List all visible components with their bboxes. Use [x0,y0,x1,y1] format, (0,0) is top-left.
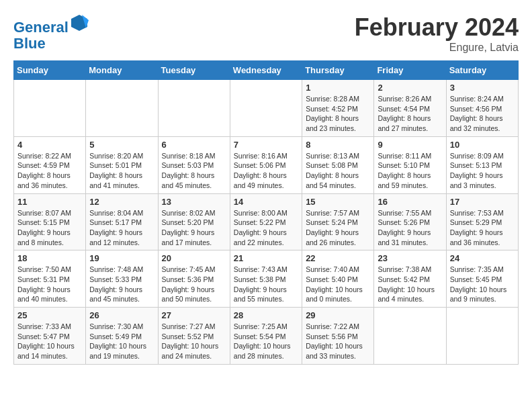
calendar-day-cell: 24Sunrise: 7:35 AM Sunset: 5:45 PM Dayli… [446,250,518,308]
calendar-day-cell: 21Sunrise: 7:43 AM Sunset: 5:38 PM Dayli… [230,250,302,308]
calendar-day-cell: 22Sunrise: 7:40 AM Sunset: 5:40 PM Dayli… [302,250,374,308]
calendar-day-cell [14,80,86,137]
day-info: Sunrise: 7:38 AM Sunset: 5:42 PM Dayligh… [378,265,442,304]
day-info: Sunrise: 8:00 AM Sunset: 5:22 PM Dayligh… [234,208,298,248]
day-number: 17 [450,197,515,207]
calendar-week-row: 1Sunrise: 8:28 AM Sunset: 4:52 PM Daylig… [14,80,519,137]
logo-line1: General [13,19,69,36]
day-number: 6 [162,140,226,150]
day-number: 24 [450,253,515,263]
day-info: Sunrise: 8:26 AM Sunset: 4:54 PM Dayligh… [378,94,442,134]
day-info: Sunrise: 7:35 AM Sunset: 5:45 PM Dayligh… [450,265,515,304]
day-number: 5 [89,140,154,150]
weekday-header-cell: Saturday [446,61,518,80]
calendar-day-cell: 25Sunrise: 7:33 AM Sunset: 5:47 PM Dayli… [14,308,86,365]
day-number: 25 [17,310,82,320]
calendar-day-cell: 11Sunrise: 8:07 AM Sunset: 5:15 PM Dayli… [14,193,86,250]
day-info: Sunrise: 8:18 AM Sunset: 5:03 PM Dayligh… [162,151,226,191]
weekday-header-cell: Thursday [302,61,374,80]
calendar-day-cell: 12Sunrise: 8:04 AM Sunset: 5:17 PM Dayli… [86,193,158,250]
calendar-day-cell [230,80,302,137]
calendar-day-cell [446,308,518,365]
calendar-day-cell: 9Sunrise: 8:11 AM Sunset: 5:10 PM Daylig… [374,136,446,193]
weekday-header-cell: Wednesday [230,61,302,80]
day-number: 1 [306,83,370,93]
day-info: Sunrise: 8:02 AM Sunset: 5:20 PM Dayligh… [162,208,226,248]
calendar-day-cell [86,80,158,137]
day-info: Sunrise: 8:28 AM Sunset: 4:52 PM Dayligh… [306,94,370,134]
day-number: 3 [450,83,515,93]
calendar-day-cell: 10Sunrise: 8:09 AM Sunset: 5:13 PM Dayli… [446,136,518,193]
day-number: 19 [89,253,154,263]
day-number: 20 [162,253,226,263]
day-info: Sunrise: 7:53 AM Sunset: 5:29 PM Dayligh… [450,208,515,248]
sub-title: Engure, Latvia [355,42,519,54]
title-block: February 2024 Engure, Latvia [355,13,519,54]
weekday-header-row: SundayMondayTuesdayWednesdayThursdayFrid… [14,61,519,80]
calendar-day-cell: 28Sunrise: 7:25 AM Sunset: 5:54 PM Dayli… [230,308,302,365]
calendar-body: 1Sunrise: 8:28 AM Sunset: 4:52 PM Daylig… [14,80,519,365]
calendar-day-cell: 4Sunrise: 8:22 AM Sunset: 4:59 PM Daylig… [14,136,86,193]
day-number: 28 [234,310,298,320]
logo: General Blue [13,13,89,52]
day-info: Sunrise: 7:22 AM Sunset: 5:56 PM Dayligh… [306,322,370,361]
weekday-header-cell: Sunday [14,61,86,80]
day-info: Sunrise: 8:24 AM Sunset: 4:56 PM Dayligh… [450,94,515,134]
day-number: 22 [306,253,370,263]
calendar-day-cell: 20Sunrise: 7:45 AM Sunset: 5:36 PM Dayli… [158,250,230,308]
calendar-day-cell: 8Sunrise: 8:13 AM Sunset: 5:08 PM Daylig… [302,136,374,193]
calendar-day-cell: 26Sunrise: 7:30 AM Sunset: 5:49 PM Dayli… [86,308,158,365]
calendar-day-cell [374,308,446,365]
day-number: 16 [378,197,442,207]
day-number: 11 [17,197,82,207]
calendar-day-cell: 29Sunrise: 7:22 AM Sunset: 5:56 PM Dayli… [302,308,374,365]
page-header: General Blue February 2024 Engure, Latvi… [13,13,519,54]
day-info: Sunrise: 8:16 AM Sunset: 5:06 PM Dayligh… [234,151,298,191]
weekday-header-cell: Monday [86,61,158,80]
calendar-day-cell: 18Sunrise: 7:50 AM Sunset: 5:31 PM Dayli… [14,250,86,308]
day-number: 21 [234,253,298,263]
calendar-week-row: 18Sunrise: 7:50 AM Sunset: 5:31 PM Dayli… [14,250,519,308]
main-title: February 2024 [355,13,519,42]
day-number: 18 [17,253,82,263]
calendar-day-cell: 27Sunrise: 7:27 AM Sunset: 5:52 PM Dayli… [158,308,230,365]
day-info: Sunrise: 7:43 AM Sunset: 5:38 PM Dayligh… [234,265,298,304]
calendar-day-cell: 13Sunrise: 8:02 AM Sunset: 5:20 PM Dayli… [158,193,230,250]
calendar-day-cell: 17Sunrise: 7:53 AM Sunset: 5:29 PM Dayli… [446,193,518,250]
day-info: Sunrise: 7:48 AM Sunset: 5:33 PM Dayligh… [89,265,154,304]
calendar-day-cell: 3Sunrise: 8:24 AM Sunset: 4:56 PM Daylig… [446,80,518,137]
day-number: 12 [89,197,154,207]
weekday-header-cell: Tuesday [158,61,230,80]
day-info: Sunrise: 8:04 AM Sunset: 5:17 PM Dayligh… [89,208,154,248]
day-info: Sunrise: 8:22 AM Sunset: 4:59 PM Dayligh… [17,151,82,191]
day-number: 26 [89,310,154,320]
calendar-day-cell: 7Sunrise: 8:16 AM Sunset: 5:06 PM Daylig… [230,136,302,193]
calendar-table: SundayMondayTuesdayWednesdayThursdayFrid… [13,60,519,365]
calendar-day-cell: 5Sunrise: 8:20 AM Sunset: 5:01 PM Daylig… [86,136,158,193]
logo-text: General Blue [13,13,89,52]
day-info: Sunrise: 7:25 AM Sunset: 5:54 PM Dayligh… [234,322,298,361]
calendar-day-cell: 14Sunrise: 8:00 AM Sunset: 5:22 PM Dayli… [230,193,302,250]
day-info: Sunrise: 7:33 AM Sunset: 5:47 PM Dayligh… [17,322,82,361]
weekday-header-cell: Friday [374,61,446,80]
day-number: 15 [306,197,370,207]
calendar-week-row: 25Sunrise: 7:33 AM Sunset: 5:47 PM Dayli… [14,308,519,365]
day-info: Sunrise: 7:55 AM Sunset: 5:26 PM Dayligh… [378,208,442,248]
day-info: Sunrise: 8:13 AM Sunset: 5:08 PM Dayligh… [306,151,370,191]
calendar-day-cell: 23Sunrise: 7:38 AM Sunset: 5:42 PM Dayli… [374,250,446,308]
calendar-day-cell: 6Sunrise: 8:18 AM Sunset: 5:03 PM Daylig… [158,136,230,193]
day-info: Sunrise: 8:20 AM Sunset: 5:01 PM Dayligh… [89,151,154,191]
logo-icon [70,13,89,32]
calendar-week-row: 11Sunrise: 8:07 AM Sunset: 5:15 PM Dayli… [14,193,519,250]
calendar-day-cell [158,80,230,137]
day-info: Sunrise: 7:45 AM Sunset: 5:36 PM Dayligh… [162,265,226,304]
calendar-day-cell: 2Sunrise: 8:26 AM Sunset: 4:54 PM Daylig… [374,80,446,137]
day-number: 14 [234,197,298,207]
day-number: 13 [162,197,226,207]
day-number: 29 [306,310,370,320]
calendar-day-cell: 15Sunrise: 7:57 AM Sunset: 5:24 PM Dayli… [302,193,374,250]
logo-line2: Blue [13,35,46,52]
day-info: Sunrise: 7:30 AM Sunset: 5:49 PM Dayligh… [89,322,154,361]
calendar-day-cell: 1Sunrise: 8:28 AM Sunset: 4:52 PM Daylig… [302,80,374,137]
day-number: 4 [17,140,82,150]
